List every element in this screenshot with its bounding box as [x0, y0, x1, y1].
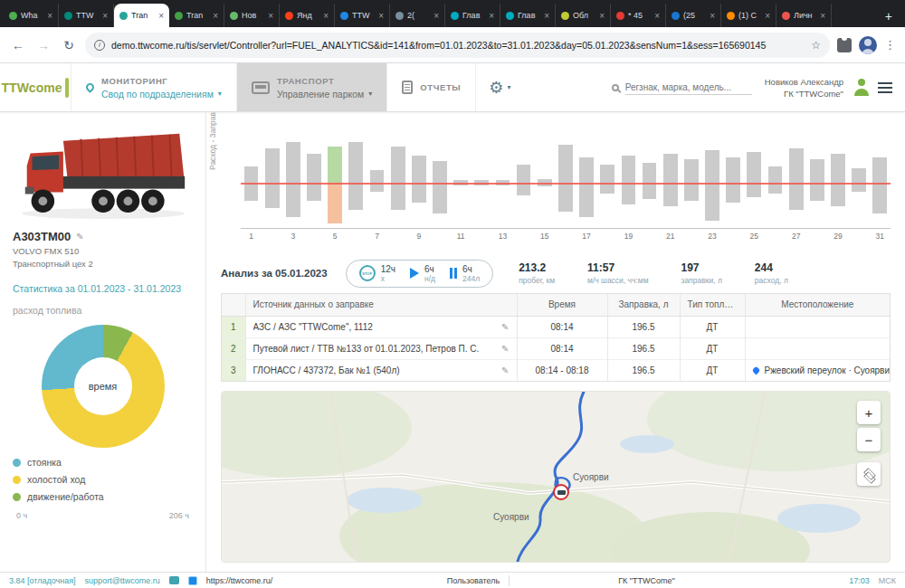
map-layers-button[interactable] — [857, 462, 881, 486]
support-email-link[interactable]: support@ttwcome.ru — [85, 576, 160, 585]
bar-day-7[interactable] — [367, 121, 387, 228]
back-button[interactable]: ← — [9, 38, 27, 52]
fuel-time-donut-chart[interactable]: время — [42, 325, 165, 448]
bar-day-23[interactable] — [701, 121, 722, 228]
bar-day-17[interactable] — [576, 121, 597, 228]
column-header[interactable]: Источник данных о заправке — [245, 294, 517, 316]
tab-close-button[interactable]: × — [489, 11, 494, 21]
analysis-chip-play[interactable]: 6чн/д — [410, 264, 435, 283]
statistics-period-link[interactable]: Статистика за 01.01.2023 - 31.01.2023 — [13, 283, 193, 294]
column-header[interactable]: Местоположение — [745, 294, 890, 316]
browser-tab[interactable]: (25× — [666, 4, 721, 27]
hamburger-menu-icon[interactable] — [878, 63, 905, 111]
tab-close-button[interactable]: × — [544, 11, 549, 21]
bar-day-20[interactable] — [639, 121, 660, 228]
bar-day-25[interactable] — [744, 121, 765, 228]
browser-tab[interactable]: Tran× — [169, 4, 224, 27]
tab-close-button[interactable]: × — [710, 11, 715, 21]
browser-menu-icon[interactable]: ⋮ — [884, 38, 896, 52]
bar-day-4[interactable] — [303, 121, 324, 228]
bar-day-3[interactable] — [282, 121, 303, 228]
bookmark-star-icon[interactable]: ☆ — [811, 39, 821, 52]
browser-tab[interactable]: (1) С× — [721, 4, 776, 27]
bar-day-29[interactable] — [827, 121, 848, 228]
column-header[interactable]: Заправка, л — [607, 294, 680, 316]
tab-close-button[interactable]: × — [378, 11, 384, 21]
bar-day-5[interactable] — [325, 121, 346, 228]
bar-day-27[interactable] — [786, 121, 806, 228]
browser-tab[interactable]: Обл× — [556, 4, 611, 27]
bar-day-26[interactable] — [765, 121, 786, 228]
site-info-icon[interactable]: i — [94, 40, 105, 51]
bar-day-6[interactable] — [346, 121, 367, 228]
edit-icon[interactable]: ✎ — [76, 232, 83, 242]
app-logo[interactable]: TTWcome — [0, 63, 71, 111]
tab-close-button[interactable]: × — [213, 11, 218, 21]
address-bar[interactable]: i demo.ttwcome.ru/tis/servlet/Controller… — [85, 33, 830, 58]
nav-transport[interactable]: ТРАНСПОРТ Управление парком ▾ — [236, 63, 386, 111]
browser-tab[interactable]: TTW× — [59, 4, 114, 27]
nav-reports[interactable]: ОТЧЕТЫ — [386, 63, 475, 111]
bar-day-22[interactable] — [681, 121, 701, 228]
browser-tab[interactable]: * 45× — [611, 4, 666, 27]
table-row[interactable]: 3ГЛОНАСС / 437372, Бак №1 (540л)✎08:14 -… — [222, 359, 890, 381]
browser-tab[interactable]: Нов× — [224, 4, 280, 27]
edit-icon[interactable]: ✎ — [501, 365, 509, 375]
map-zoom-in-button[interactable]: + — [857, 401, 881, 424]
tab-close-button[interactable]: × — [47, 11, 52, 21]
browser-tab[interactable]: Глав× — [445, 4, 500, 27]
bar-day-11[interactable] — [451, 121, 472, 228]
tab-close-button[interactable]: × — [158, 11, 164, 21]
bar-day-15[interactable] — [534, 121, 555, 228]
settings-menu[interactable]: ⚙ ▾ — [475, 63, 523, 111]
browser-tab[interactable]: Личн× — [776, 4, 832, 27]
bar-day-30[interactable] — [849, 121, 870, 228]
browser-tab[interactable]: TTW× — [335, 4, 390, 27]
profile-avatar[interactable] — [859, 36, 877, 54]
browser-tab[interactable]: Глав× — [500, 4, 556, 27]
table-row[interactable]: 1АЗС / АЗС "TTWCome", 1112✎08:14196.5ДТ — [222, 316, 890, 337]
edit-icon[interactable]: ✎ — [501, 344, 509, 354]
route-map[interactable]: СуоярвиСуоярви + − — [221, 391, 891, 563]
browser-tab[interactable]: Янд× — [280, 4, 335, 27]
search-input[interactable] — [625, 81, 752, 95]
nav-monitoring-sub[interactable]: Свод по подразделениям — [101, 89, 214, 100]
extensions-puzzle-icon[interactable] — [837, 38, 852, 52]
bar-day-12[interactable] — [472, 121, 492, 228]
tab-close-button[interactable]: × — [599, 11, 605, 21]
tab-close-button[interactable]: × — [765, 11, 770, 21]
bar-day-9[interactable] — [408, 121, 429, 228]
analysis-chip-pause[interactable]: 6ч244л — [450, 264, 480, 283]
nav-monitoring[interactable]: МОНИТОРИНГ Свод по подразделениям ▾ — [71, 63, 236, 111]
location-text[interactable]: Ржевский переулок · Суоярви, Республика … — [765, 365, 891, 375]
column-header[interactable]: Тип топлива — [680, 294, 745, 316]
bar-day-14[interactable] — [513, 121, 534, 228]
bar-day-8[interactable] — [387, 121, 408, 228]
nav-transport-sub[interactable]: Управление парком — [277, 89, 364, 100]
tab-close-button[interactable]: × — [323, 11, 329, 21]
bar-day-18[interactable] — [597, 121, 618, 228]
analysis-chip-stop[interactable]: STOP12чх — [359, 264, 395, 283]
bar-day-28[interactable] — [806, 121, 827, 228]
bar-day-10[interactable] — [429, 121, 450, 228]
reload-button[interactable]: ↻ — [60, 38, 78, 52]
browser-tab[interactable]: 2(× — [390, 4, 445, 27]
bar-day-1[interactable] — [241, 121, 262, 228]
bar-day-31[interactable] — [870, 121, 891, 228]
browser-tab[interactable]: Tran× — [114, 4, 169, 27]
tab-close-button[interactable]: × — [820, 11, 825, 21]
bar-day-21[interactable] — [660, 121, 681, 228]
new-tab-button[interactable]: + — [876, 9, 901, 27]
bar-day-13[interactable] — [492, 121, 513, 228]
browser-tab[interactable]: Wha× — [4, 4, 59, 27]
bar-day-19[interactable] — [618, 121, 639, 228]
bar-day-2[interactable] — [262, 121, 282, 228]
tab-close-button[interactable]: × — [268, 11, 273, 21]
tab-close-button[interactable]: × — [654, 11, 660, 21]
table-row[interactable]: 2Путевой лист / ТТВ №133 от 01.01.2023, … — [222, 337, 890, 359]
column-header[interactable]: Время — [517, 294, 607, 316]
map-zoom-out-button[interactable]: − — [857, 428, 881, 451]
person-icon[interactable] — [853, 79, 871, 97]
forward-button[interactable]: → — [34, 38, 52, 52]
tab-close-button[interactable]: × — [433, 11, 439, 21]
